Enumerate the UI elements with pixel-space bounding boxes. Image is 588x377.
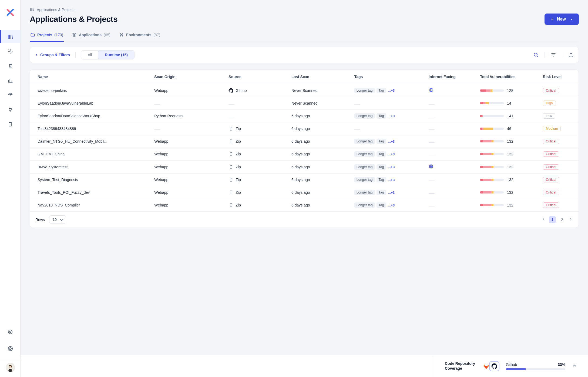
plus-icon <box>550 17 554 21</box>
coverage-banner: Code Repository Coverage Github 33% <box>21 355 588 377</box>
nav-preferences[interactable] <box>0 325 20 338</box>
svg-point-3 <box>8 330 12 334</box>
rows-per-page[interactable]: 10 <box>49 215 66 224</box>
svg-point-9 <box>9 366 11 368</box>
table-row[interactable]: Test342389433484889Zip6 days ago46Medium <box>30 122 579 135</box>
seg-runtime[interactable]: Runtime (15) <box>98 50 135 59</box>
nav-radar[interactable] <box>0 89 20 102</box>
table-row[interactable]: wiz-demo-jenkinsWebappGithubNever Scanne… <box>30 84 579 97</box>
coverage-provider: Github <box>506 362 517 367</box>
library-icon <box>30 8 34 12</box>
sidebar <box>0 0 21 377</box>
table-row[interactable]: System_Test_DiagnosisWebappZip6 days ago… <box>30 174 579 186</box>
projects-table: Name Scan Origin Source Last Scan Tags I… <box>30 70 579 211</box>
svg-point-16 <box>534 53 537 56</box>
nav-help[interactable] <box>0 342 20 355</box>
new-button[interactable]: New <box>545 14 579 25</box>
nav-clipboard[interactable] <box>0 118 20 131</box>
groups-filters-toggle[interactable]: Groups & Filters <box>35 53 70 57</box>
filter-segment: All Runtime (15) <box>81 50 135 59</box>
svg-point-12 <box>122 34 123 34</box>
th-origin[interactable]: Scan Origin <box>150 70 224 84</box>
table-row[interactable]: GM_HMI_ChinaWebappZip6 days agoLonger ta… <box>30 148 579 161</box>
pager: 1 2 <box>541 216 573 223</box>
new-button-label: New <box>557 17 566 22</box>
search-icon[interactable] <box>533 52 539 58</box>
page-title: Applications & Projects <box>30 15 117 24</box>
coverage-title: Code Repository Coverage <box>445 361 475 371</box>
page-1[interactable]: 1 <box>549 216 556 223</box>
app-logo <box>5 8 15 17</box>
tab-projects[interactable]: Projects (173) <box>30 30 64 42</box>
table-footer: Rows 10 1 2 <box>30 211 579 228</box>
coverage-bar <box>506 368 565 370</box>
table-row[interactable]: EylonSaadon/JavaVulnerableLabNever Scann… <box>30 97 579 110</box>
export-icon[interactable] <box>568 52 574 58</box>
nav-library[interactable] <box>0 30 20 43</box>
svg-point-15 <box>121 35 122 35</box>
coverage-collapse[interactable] <box>572 363 577 369</box>
projects-table-card: Name Scan Origin Source Last Scan Tags I… <box>30 69 579 228</box>
chevron-right-icon <box>35 53 38 56</box>
svg-point-0 <box>9 51 11 52</box>
table-row[interactable]: Nav2010_NDS_CompilerWebappZip6 days agoL… <box>30 199 579 212</box>
page-next[interactable] <box>568 217 573 222</box>
th-last[interactable]: Last Scan <box>287 70 350 84</box>
globe-icon <box>429 164 434 169</box>
th-tags[interactable]: Tags <box>350 70 424 84</box>
th-source[interactable]: Source <box>224 70 287 84</box>
coverage-percent: 33% <box>558 362 565 367</box>
sidebar-nav <box>0 30 20 131</box>
svg-point-13 <box>120 35 121 36</box>
svg-point-6 <box>9 348 11 349</box>
table-row[interactable]: Travels_Tools_POI_Fuzzy_devWebappZip6 da… <box>30 186 579 199</box>
github-icon <box>489 361 499 371</box>
table-row[interactable]: BMW_SystemtestWebappZip6 days agoLonger … <box>30 161 579 174</box>
chevron-down-icon <box>570 17 573 21</box>
nav-settings-gear[interactable] <box>0 45 20 58</box>
th-vuln[interactable]: Total Vulnerabilities <box>476 70 539 84</box>
tabs: Projects (173)Applications (65)Environme… <box>30 30 579 42</box>
svg-point-4 <box>9 331 11 333</box>
svg-rect-10 <box>8 369 12 372</box>
nav-analytics[interactable] <box>0 74 20 87</box>
breadcrumb: Applications & Projects <box>30 8 579 12</box>
page-prev[interactable] <box>541 217 546 222</box>
nav-chess[interactable] <box>0 59 20 72</box>
th-net[interactable]: Internet Facing <box>424 70 476 84</box>
page-2[interactable]: 2 <box>559 216 566 223</box>
filter-bar: Groups & Filters All Runtime (15) <box>30 47 579 63</box>
svg-point-14 <box>122 35 123 36</box>
globe-icon <box>429 88 434 92</box>
table-row[interactable]: Daimler_NTG5_HU_Connectivity_Mobil...Web… <box>30 135 579 148</box>
svg-point-1 <box>10 95 11 95</box>
nav-plug[interactable] <box>0 103 20 116</box>
svg-point-11 <box>120 34 121 34</box>
coverage-provider-icons <box>482 361 499 371</box>
user-avatar[interactable] <box>6 363 15 372</box>
rows-label: Rows <box>35 218 45 222</box>
tab-applications[interactable]: Applications (65) <box>71 30 111 42</box>
th-risk[interactable]: Risk Level <box>539 70 579 84</box>
tab-environments[interactable]: Environments (87) <box>119 30 161 42</box>
filter-icon[interactable] <box>551 52 556 58</box>
seg-all[interactable]: All <box>81 51 99 59</box>
breadcrumb-text: Applications & Projects <box>37 8 75 12</box>
th-name[interactable]: Name <box>30 70 150 84</box>
table-row[interactable]: EylonSaadon/DataScienceWorkShopPython-Re… <box>30 110 579 122</box>
